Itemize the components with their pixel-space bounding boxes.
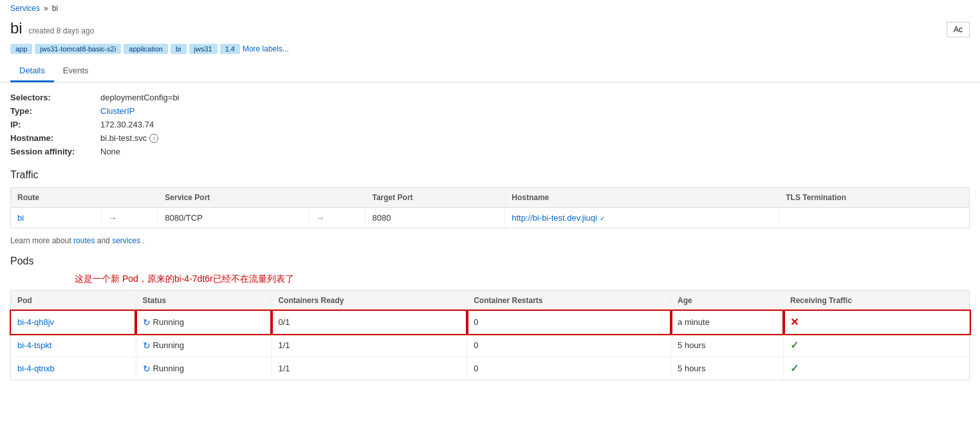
pods-annotation: 这是一个新 Pod，原来的bi-4-7dt6r已经不在流量列表了 [10, 273, 970, 285]
hostname-label: Hostname: [10, 133, 94, 143]
table-row: bi-4-qh8jv ↻ Running 0/1 0 a minute ✕ [11, 311, 970, 334]
page-title-area: bi created 8 days ago [10, 19, 94, 37]
label-bi: bi [171, 44, 187, 54]
traffic-col-route: Route [11, 188, 102, 208]
pod-status: ↻ Running [143, 317, 265, 328]
check-icon: ✓ [790, 363, 799, 374]
pod-link[interactable]: bi-4-tspkt [17, 340, 51, 350]
receiving-traffic-cell: ✕ [784, 311, 970, 334]
table-row: bi-4-qtnxb ↻ Running 1/1 0 5 hours ✓ [11, 357, 970, 380]
page-subtitle: created 8 days ago [28, 26, 94, 35]
route-cell: bi [11, 208, 102, 228]
breadcrumb: Services » bi [0, 0, 980, 17]
ip-label: IP: [10, 120, 94, 129]
pods-col-status: Status [136, 291, 272, 311]
pods-col-containers-ready: Containers Ready [272, 291, 467, 311]
pod-status: ↻ Running [143, 364, 265, 374]
pod-status-cell: ↻ Running [136, 357, 272, 380]
running-icon: ↻ [143, 364, 151, 374]
pod-link[interactable]: bi-4-qh8jv [17, 317, 54, 327]
hostname-link[interactable]: http://bi-bi-test.dev.jiuqi [512, 213, 597, 223]
page-title: bi [10, 19, 23, 37]
learn-more: Learn more about routes and services . [10, 236, 970, 245]
session-affinity-label: Session affinity: [10, 147, 94, 156]
pod-name-cell: bi-4-qtnxb [11, 357, 136, 380]
selectors-value: deploymentConfig=bi [100, 93, 970, 102]
arrow2-cell: → [309, 208, 365, 228]
pods-col-pod: Pod [11, 291, 136, 311]
hostname-cell: http://bi-bi-test.dev.jiuqi ✓ [505, 208, 779, 228]
action-button[interactable]: Ac [947, 22, 970, 37]
learn-more-text-before: Learn more about [10, 236, 73, 245]
pod-status: ↻ Running [143, 340, 265, 351]
traffic-table: Route Service Port Target Port Hostname … [10, 187, 970, 228]
containers-ready-cell: 0/1 [272, 311, 467, 334]
traffic-col-hostname: Hostname [505, 188, 779, 208]
hostname-value: bi.bi-test.svc i [100, 133, 970, 143]
pod-status-cell: ↻ Running [136, 311, 272, 334]
pods-col-container-restarts: Container Restarts [467, 291, 671, 311]
page-header: bi created 8 days ago Ac [0, 17, 980, 44]
details-section: Selectors: deploymentConfig=bi Type: Clu… [10, 93, 970, 156]
hostname-info-icon[interactable]: i [149, 134, 158, 143]
label-1-4: 1.4 [220, 44, 240, 54]
service-port-cell: 8080/TCP [158, 208, 310, 228]
target-port-cell: 8080 [365, 208, 505, 228]
age-cell: a minute [671, 311, 784, 334]
tab-events[interactable]: Events [54, 60, 98, 82]
containers-ready-cell: 1/1 [272, 357, 467, 380]
route-link[interactable]: bi [17, 213, 24, 223]
tabs-bar: Details Events [0, 60, 980, 82]
labels-row: app jws31-tomcat8-basic-s2i application … [0, 44, 980, 60]
selectors-label: Selectors: [10, 93, 94, 102]
container-restarts-cell: 0 [467, 334, 671, 357]
age-cell: 5 hours [671, 357, 784, 380]
age-cell: 5 hours [671, 334, 784, 357]
services-link[interactable]: services [112, 236, 140, 245]
status-text: Running [153, 364, 184, 373]
label-jws31: jws31 [189, 44, 217, 54]
external-link-icon: ✓ [600, 215, 605, 222]
pods-section-heading: Pods [10, 255, 970, 267]
page-header-actions: Ac [947, 22, 970, 37]
learn-more-text-after: . [142, 236, 144, 245]
traffic-col-arrow2 [309, 188, 365, 208]
tab-details[interactable]: Details [10, 60, 54, 82]
status-text: Running [153, 340, 184, 350]
breadcrumb-current: bi [52, 4, 58, 13]
pods-col-receiving-traffic: Receiving Traffic [784, 291, 970, 311]
routes-link[interactable]: routes [73, 236, 95, 245]
running-icon: ↻ [143, 317, 151, 328]
status-text: Running [153, 317, 184, 327]
more-labels-link[interactable]: More labels... [243, 44, 289, 53]
container-restarts-cell: 0 [467, 357, 671, 380]
label-jws31-tomcat8-basic-s2i: jws31-tomcat8-basic-s2i [35, 44, 121, 54]
label-application: application [124, 44, 168, 54]
receiving-traffic-cell: ✓ [784, 357, 970, 380]
cross-icon: ✕ [790, 317, 799, 328]
session-affinity-value: None [100, 147, 970, 156]
type-link[interactable]: ClusterIP [100, 106, 134, 116]
pod-name-cell: bi-4-qh8jv [11, 311, 136, 334]
arrow1-cell: → [102, 208, 158, 228]
type-label: Type: [10, 106, 94, 116]
hostname-text: bi.bi-test.svc [100, 133, 147, 143]
pod-name-cell: bi-4-tspkt [11, 334, 136, 357]
pod-link[interactable]: bi-4-qtnxb [17, 364, 55, 373]
receiving-traffic-cell: ✓ [784, 334, 970, 357]
container-restarts-cell: 0 [467, 311, 671, 334]
pods-section: Pods 这是一个新 Pod，原来的bi-4-7dt6r已经不在流量列表了 Po… [10, 255, 970, 380]
table-row: bi-4-tspkt ↻ Running 1/1 0 5 hours ✓ [11, 334, 970, 357]
check-icon: ✓ [790, 340, 799, 351]
ip-value: 172.30.243.74 [100, 120, 970, 129]
breadcrumb-services-link[interactable]: Services [10, 4, 40, 13]
traffic-col-arrow1 [102, 188, 158, 208]
tls-cell [779, 208, 970, 228]
learn-more-text-middle: and [97, 236, 112, 245]
traffic-col-service-port: Service Port [158, 188, 310, 208]
traffic-col-target-port: Target Port [365, 188, 505, 208]
type-value: ClusterIP [100, 106, 970, 116]
pods-table: Pod Status Containers Ready Container Re… [10, 290, 970, 380]
running-icon: ↻ [143, 340, 151, 351]
pods-col-age: Age [671, 291, 784, 311]
